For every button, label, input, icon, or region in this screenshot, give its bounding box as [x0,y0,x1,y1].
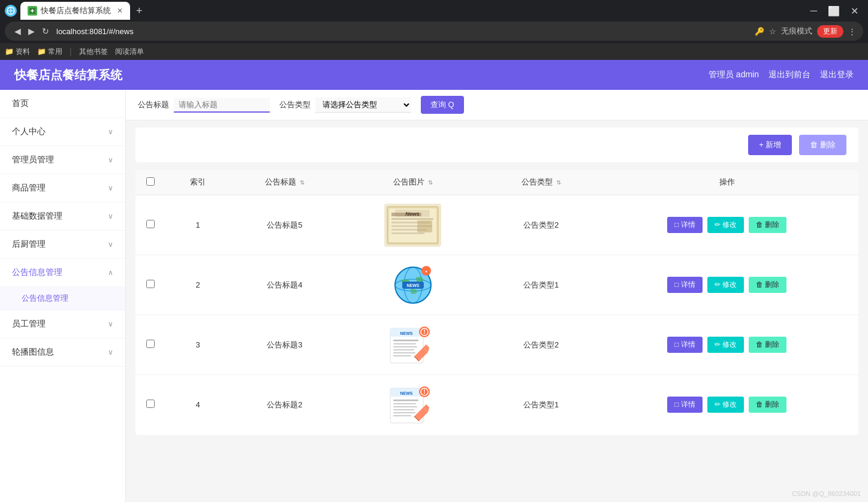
batch-delete-btn[interactable]: 🗑 删除 [799,135,846,155]
row3-delete-btn[interactable]: 🗑 删除 [749,337,786,353]
bookmark-other[interactable]: 其他书签 [79,47,108,57]
bookmark-folder-1[interactable]: 📁 资料 [5,47,30,57]
sidebar-item-home[interactable]: 首页 [0,90,125,118]
active-tab[interactable]: 快餐店点餐结算系统 ✕ [20,2,130,20]
forward-btn[interactable]: ▶ [26,25,37,37]
sidebar-item-kitchen[interactable]: 后厨管理 ∨ [0,231,125,259]
row4-title: 公告标题2 [230,375,339,435]
nav-buttons: ◀ ▶ ↻ [12,25,52,37]
tab-favicon [28,6,37,16]
search-button[interactable]: 查询 Q [421,96,464,114]
logout-btn[interactable]: 退出登录 [820,69,854,80]
row1-title: 公告标题5 [230,195,339,255]
row4-actions: □ 详情 ✏ 修改 🗑 删除 [596,375,858,435]
row1-edit-btn[interactable]: ✏ 修改 [707,217,744,233]
app-body: 首页 个人中心 ∨ 管理员管理 ∨ 商品管理 ∨ 基础数据管理 ∨ 后厨管理 ∨… [0,90,868,502]
row2-delete-btn[interactable]: 🗑 删除 [749,277,786,293]
sidebar-item-staff[interactable]: 员工管理 ∨ [0,310,125,338]
row4-delete-btn[interactable]: 🗑 删除 [749,397,786,413]
row2-actions-cell: □ 详情 ✏ 修改 🗑 删除 [605,277,849,293]
svg-rect-33 [393,349,414,350]
admin-label: 管理员 admin [709,69,759,80]
search-group-type: 公告类型 请选择公告类型 公告类型1 公告类型2 [279,97,411,113]
sidebar-item-goods-mgmt[interactable]: 商品管理 ∨ [0,174,125,202]
watermark: CSDN @Q_860234001 [792,490,861,497]
sidebar-staff-label: 员工管理 [12,319,46,329]
row1-image-container: News [383,201,443,249]
refresh-btn[interactable]: ↻ [40,25,52,37]
row4-select-checkbox[interactable] [146,400,155,408]
url-input[interactable] [56,27,750,36]
chevron-down-icon-7: ∨ [108,320,113,328]
chevron-down-icon-8: ∨ [108,348,113,356]
news-image-1: News [384,204,441,247]
select-all-checkbox[interactable] [146,177,155,186]
bookmark-label-3: 其他书签 [79,47,108,57]
row1-detail-btn[interactable]: □ 详情 [667,217,703,233]
chevron-down-icon-3: ∨ [108,184,113,192]
bookmark-folder-2[interactable]: 📁 常用 [37,47,62,57]
bookmark-sep: | [70,47,72,56]
row4-image: NEWS [339,375,487,435]
sidebar-notice-label: 公告信息管理 [12,267,62,278]
svg-rect-48 [393,409,414,410]
main-content: 公告标题 公告类型 请选择公告类型 公告类型1 公告类型2 查询 Q + 新增 … [126,90,868,502]
address-icons: 🔑 ☆ 无痕模式 更新 ⋮ [755,25,856,38]
row4-detail-btn[interactable]: □ 详情 [667,397,703,413]
search-input-title[interactable] [174,98,270,113]
row1-delete-btn[interactable]: 🗑 删除 [749,217,786,233]
maximize-btn[interactable]: ⬜ [823,4,845,18]
sidebar-home-label: 首页 [12,98,29,109]
sidebar-sub-notice[interactable]: 公告信息管理 [0,287,125,310]
row3-edit-btn[interactable]: ✏ 修改 [707,337,744,353]
svg-rect-32 [393,346,417,347]
sidebar-item-profile[interactable]: 个人中心 ∨ [0,118,125,146]
row3-index: 3 [165,315,230,375]
row2-detail-btn[interactable]: □ 详情 [667,277,703,293]
search-select-type[interactable]: 请选择公告类型 公告类型1 公告类型2 [315,97,411,113]
sidebar-sub-notice-label: 公告信息管理 [22,294,68,303]
table-header-row: 索引 公告标题 ⇅ 公告图片 ⇅ 公告类型 ⇅ [135,170,858,195]
notice-table-container: 索引 公告标题 ⇅ 公告图片 ⇅ 公告类型 ⇅ [135,170,858,435]
add-notice-btn[interactable]: + 新增 [748,135,792,155]
sidebar-item-carousel[interactable]: 轮播图信息 ∨ [0,338,125,367]
bookmark-reading[interactable]: 阅读清单 [115,47,144,57]
window-controls: ─ ⬜ ✕ [806,4,863,18]
bookmark-label-2: 常用 [48,47,62,57]
sidebar-item-admin-mgmt[interactable]: 管理员管理 ∨ [0,146,125,174]
action-bar: + 新增 🗑 删除 [135,128,858,162]
sidebar-item-notice-mgmt[interactable]: 公告信息管理 ∧ [0,259,125,287]
row3-select-checkbox[interactable] [146,340,155,348]
row2-select-checkbox[interactable] [146,280,155,288]
app-header: 快餐店点餐结算系统 管理员 admin 退出到前台 退出登录 [0,60,868,90]
sort-icon-type: ⇅ [556,179,561,186]
row1-actions-cell: □ 详情 ✏ 修改 🗑 删除 [605,217,849,233]
app-title: 快餐店点餐结算系统 [14,67,122,83]
sidebar-item-basic-data[interactable]: 基础数据管理 ∨ [0,202,125,231]
back-btn[interactable]: ◀ [12,25,23,37]
table-row: 2 公告标题4 [135,255,858,315]
star-icon[interactable]: ☆ [769,27,776,36]
news-image-4: NEWS [387,383,438,427]
sidebar: 首页 个人中心 ∨ 管理员管理 ∨ 商品管理 ∨ 基础数据管理 ∨ 后厨管理 ∨… [0,90,126,502]
menu-btn[interactable]: ⋮ [848,27,856,36]
sort-icon-image: ⇅ [428,179,433,186]
svg-rect-49 [393,412,415,413]
col-index: 索引 [165,170,230,195]
minimize-btn[interactable]: ─ [806,4,822,18]
new-tab-btn[interactable]: + [132,5,146,17]
table-row: 3 公告标题3 [135,315,858,375]
browser-icon [5,5,17,17]
col-actions: 操作 [596,170,858,195]
row1-select-checkbox[interactable] [146,220,155,228]
row4-edit-btn[interactable]: ✏ 修改 [707,397,744,413]
tab-close-btn[interactable]: ✕ [117,7,123,15]
update-btn[interactable]: 更新 [817,25,843,38]
exit-front-btn[interactable]: 退出到前台 [768,69,810,80]
row3-actions: □ 详情 ✏ 修改 🗑 删除 [596,315,858,375]
row3-detail-btn[interactable]: □ 详情 [667,337,703,353]
svg-rect-35 [393,355,411,356]
close-btn[interactable]: ✕ [846,4,863,18]
row1-image: News [339,195,487,255]
row2-edit-btn[interactable]: ✏ 修改 [707,277,744,293]
